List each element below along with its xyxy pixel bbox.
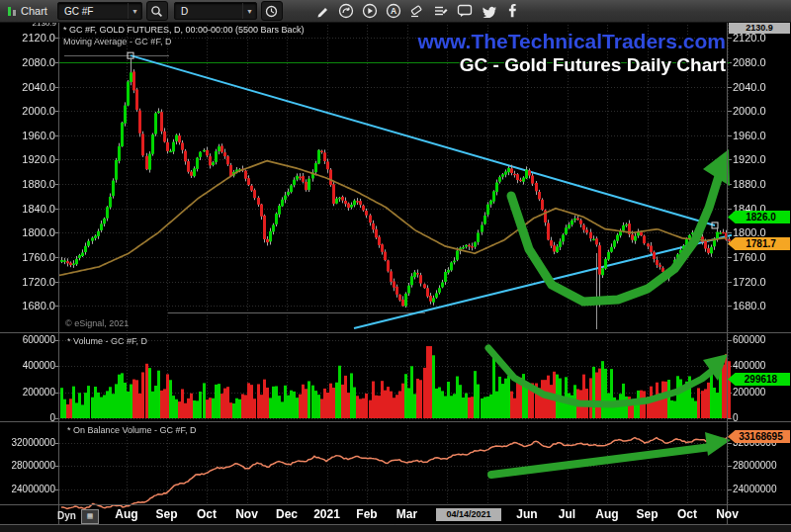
volume-tick-label: 200000 bbox=[0, 387, 55, 398]
chart-title: * GC #F, GOLD FUTURES, D, 00:00-00:00 (5… bbox=[63, 25, 305, 35]
svg-text:A: A bbox=[391, 6, 396, 16]
edit-list-icon bbox=[433, 4, 449, 18]
chat-icon bbox=[457, 4, 473, 18]
time-axis-month-label: 2021 bbox=[313, 507, 340, 521]
esignal-copyright: © eSignal, 2021 bbox=[65, 318, 129, 328]
price-tick-label: 1680.0 bbox=[733, 300, 766, 311]
interval-input[interactable]: D ▼ bbox=[174, 2, 257, 20]
time-axis-month-label: Dec bbox=[276, 507, 298, 521]
time-axis-month-label: Oct bbox=[197, 507, 217, 521]
price-tick-label: 2040.0 bbox=[733, 81, 766, 93]
interval-dropdown-arrow[interactable]: ▼ bbox=[242, 3, 256, 19]
chart-tab-label: Chart bbox=[21, 5, 47, 17]
edit-studies-button[interactable] bbox=[429, 1, 453, 21]
time-axis-month-label: Mar bbox=[396, 507, 417, 521]
volume-tick-label: 600000 bbox=[0, 334, 55, 345]
circled-a-icon: A bbox=[386, 3, 401, 19]
obv-tick-label: 24000000 bbox=[733, 484, 777, 494]
chat-button[interactable] bbox=[453, 1, 477, 21]
volume-tick-label: 400000 bbox=[0, 360, 55, 371]
price-tick-label: 1800.0 bbox=[733, 226, 766, 238]
facebook-button[interactable] bbox=[500, 1, 524, 21]
obv-tick-label: 28000000 bbox=[0, 460, 55, 471]
chart-bars-icon bbox=[7, 5, 17, 17]
price-tick-label: 1720.0 bbox=[0, 276, 55, 288]
chart-tab[interactable]: Chart bbox=[0, 0, 57, 22]
obv-tick-label: 28000000 bbox=[733, 460, 777, 471]
draw-pencil-button[interactable] bbox=[310, 1, 334, 21]
price-tick-label: 1880.0 bbox=[0, 178, 55, 190]
symbol-input[interactable]: GC #F ▼ bbox=[57, 2, 142, 20]
price-tick-label: 1920.0 bbox=[0, 153, 55, 165]
toolbar: Chart GC #F ▼ D ▼ bbox=[0, 0, 791, 23]
time-axis-month-label: Nov bbox=[235, 507, 258, 521]
eraser-button[interactable] bbox=[405, 1, 429, 21]
volume-tick-label: 600000 bbox=[733, 334, 765, 345]
eraser-icon bbox=[409, 4, 424, 18]
time-axis-month-label: Nov bbox=[716, 507, 739, 521]
chart-window: Chart GC #F ▼ D ▼ bbox=[0, 0, 791, 532]
facebook-icon bbox=[507, 4, 517, 18]
auto-analysis-button[interactable]: A bbox=[382, 1, 405, 21]
dyn-button-label[interactable]: Dyn bbox=[57, 510, 76, 521]
obv-badge: 33168695 bbox=[728, 430, 790, 443]
volume-tick-label: 400000 bbox=[733, 360, 765, 371]
volume-tick-label: 200000 bbox=[733, 387, 765, 398]
price-badge-green: 1826.0 bbox=[728, 211, 790, 223]
price-tick-label: 2120.0 bbox=[733, 32, 766, 44]
price-tick-label: 2040.0 bbox=[0, 81, 55, 93]
watermark-chart-name: GC - Gold Futures Daily Chart bbox=[417, 54, 726, 76]
volume-panel-title: * Volume - GC #F, D bbox=[67, 336, 147, 346]
time-axis-month-label: Aug bbox=[595, 507, 618, 521]
time-axis-month-label: Sep bbox=[636, 507, 658, 521]
twitter-icon bbox=[481, 5, 496, 18]
obv-tick-label: 24000000 bbox=[0, 484, 55, 494]
watermark: www.TheTechnicalTraders.com GC - Gold Fu… bbox=[417, 30, 726, 76]
time-axis-month-label: Aug bbox=[115, 507, 137, 521]
price-tick-label: 1960.0 bbox=[0, 130, 55, 141]
watermark-site: www.TheTechnicalTraders.com bbox=[417, 30, 726, 53]
price-tick-label: 1880.0 bbox=[733, 178, 766, 190]
curved-arrow-icon bbox=[338, 3, 354, 19]
symbol-value: GC #F bbox=[58, 6, 128, 17]
symbol-dropdown-arrow[interactable]: ▼ bbox=[128, 3, 141, 19]
play-icon bbox=[362, 3, 378, 19]
time-axis-month-label: Jul bbox=[559, 507, 575, 521]
clock-icon bbox=[265, 5, 278, 18]
price-tick-label: 1760.0 bbox=[0, 251, 55, 263]
obv-panel-title: * On Balance Volume - GC #F, D bbox=[67, 425, 197, 435]
price-tick-label: 2080.0 bbox=[733, 56, 766, 68]
time-axis-month-label: Feb bbox=[356, 507, 377, 521]
chart-canvas[interactable] bbox=[0, 0, 791, 532]
price-axis-top-badge: 2130.9 bbox=[729, 23, 790, 34]
price-tick-label: 2120.0 bbox=[0, 32, 55, 44]
price-tick-label: 1920.0 bbox=[733, 153, 766, 165]
price-tick-label: 1840.0 bbox=[0, 203, 55, 215]
time-axis-month-label: Oct bbox=[677, 507, 697, 521]
ma-study-title: Moving Average - GC #F, D bbox=[63, 37, 171, 46]
pencil-icon bbox=[315, 4, 329, 18]
price-tick-label: 1680.0 bbox=[0, 300, 55, 311]
time-axis-month-label: Sep bbox=[155, 507, 177, 521]
volume-tick-label: 0 bbox=[733, 412, 739, 423]
time-template-icon[interactable]: ▦ bbox=[81, 509, 99, 524]
search-icon bbox=[150, 5, 163, 18]
volume-tick-label: 0 bbox=[0, 412, 55, 423]
crosshair-date-badge: 04/14/2021 bbox=[436, 508, 501, 521]
interval-clock-button[interactable] bbox=[261, 1, 283, 21]
price-tick-label: 1960.0 bbox=[733, 130, 766, 141]
price-tick-label: 1720.0 bbox=[733, 276, 766, 288]
interval-value: D bbox=[175, 6, 242, 17]
price-tick-label: 2080.0 bbox=[0, 56, 55, 68]
obv-tick-label: 32000000 bbox=[0, 437, 55, 448]
time-axis-month-label: Jun bbox=[516, 507, 537, 521]
twitter-button[interactable] bbox=[477, 1, 500, 21]
price-tick-label: 2000.0 bbox=[0, 105, 55, 117]
play-button[interactable] bbox=[358, 1, 382, 21]
price-tick-label: 1760.0 bbox=[733, 251, 766, 263]
curved-arrow-button[interactable] bbox=[334, 1, 358, 21]
price-badge-amber: 1781.7 bbox=[728, 237, 790, 250]
price-tick-label: 2000.0 bbox=[733, 105, 766, 117]
symbol-search-button[interactable] bbox=[146, 1, 168, 21]
price-tick-label: 1800.0 bbox=[0, 226, 55, 238]
